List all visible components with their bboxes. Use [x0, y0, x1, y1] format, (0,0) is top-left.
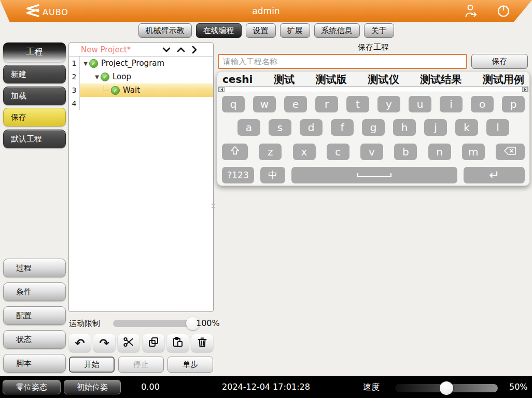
- key-space[interactable]: [291, 167, 457, 183]
- backspace-icon: [503, 146, 517, 158]
- copy-button[interactable]: [143, 334, 164, 352]
- run-controls: 开始 停止 单步: [69, 357, 213, 373]
- key-i[interactable]: i: [440, 96, 463, 112]
- stop-button[interactable]: 停止: [118, 357, 164, 373]
- scroll-left-icon[interactable]: [219, 87, 225, 92]
- trash-icon: [196, 336, 208, 350]
- move-down-icon[interactable]: [162, 46, 171, 53]
- key-k[interactable]: k: [455, 119, 478, 136]
- key-o[interactable]: o: [471, 96, 494, 112]
- tab-system-info[interactable]: 系统信息: [314, 23, 360, 38]
- key-l[interactable]: l: [486, 119, 509, 136]
- key-q[interactable]: q: [222, 96, 245, 112]
- redo-button[interactable]: ↷: [93, 334, 115, 352]
- suggestion-item[interactable]: 测试版: [316, 73, 347, 87]
- program-tree-panel: New Project* 1 ▼ ✓ Project_Program: [68, 42, 214, 312]
- expander-icon[interactable]: ▼: [82, 61, 89, 66]
- tab-extensions[interactable]: 扩展: [280, 23, 310, 38]
- key-g[interactable]: g: [362, 119, 385, 136]
- speed-label: 速度: [363, 382, 380, 393]
- start-button[interactable]: 开始: [69, 357, 115, 373]
- expander-icon[interactable]: ▼: [93, 74, 101, 80]
- suggestion-item[interactable]: ceshi: [222, 73, 253, 86]
- tree-row-loop[interactable]: 2 ▼ ✓ Loop: [69, 70, 213, 83]
- project-name-input[interactable]: [218, 54, 467, 69]
- key-z[interactable]: z: [259, 144, 282, 160]
- key-symbols[interactable]: ?123: [222, 167, 254, 183]
- speed-slider-handle[interactable]: [440, 381, 453, 395]
- key-t[interactable]: t: [346, 96, 369, 112]
- zero-pose-button[interactable]: 零位姿态: [3, 380, 61, 394]
- sidebar-item-script[interactable]: 脚本: [3, 354, 66, 373]
- statusbar: 零位姿态 初始位姿 0.00 2024-12-04 17:01:28 速度 50…: [0, 376, 532, 398]
- key-y[interactable]: y: [377, 96, 400, 112]
- sidebar-item-condition[interactable]: 条件: [3, 282, 66, 301]
- sidebar-item-save[interactable]: 保存: [3, 108, 66, 126]
- suggestion-item[interactable]: 测试用例: [483, 73, 524, 87]
- logout-user-icon[interactable]: [464, 3, 479, 19]
- move-up-icon[interactable]: [177, 46, 185, 53]
- key-s[interactable]: s: [269, 119, 291, 136]
- key-language[interactable]: 中: [260, 167, 285, 183]
- tree-row-wait[interactable]: 3 ✓ Wait: [69, 83, 213, 97]
- speed-slider[interactable]: [395, 384, 498, 392]
- key-a[interactable]: a: [237, 119, 260, 136]
- suggestion-scrollbar[interactable]: [218, 87, 528, 92]
- key-f[interactable]: f: [331, 119, 354, 136]
- key-w[interactable]: w: [253, 96, 276, 112]
- splitter-grip[interactable]: [212, 203, 215, 209]
- delete-button[interactable]: [191, 334, 213, 352]
- init-pose-button[interactable]: 初始位姿: [64, 380, 121, 394]
- key-enter[interactable]: ↵: [464, 167, 525, 183]
- undo-button[interactable]: ↶: [69, 334, 91, 352]
- tab-about[interactable]: 关于: [364, 23, 394, 38]
- motion-limit-label: 运动限制: [69, 319, 100, 329]
- key-u[interactable]: u: [409, 96, 431, 112]
- user-title: admin: [0, 6, 532, 16]
- key-b[interactable]: b: [394, 144, 417, 160]
- cut-button[interactable]: [118, 334, 139, 352]
- tree-row-empty[interactable]: 4: [69, 97, 213, 110]
- tree-node-label: Project_Program: [101, 59, 164, 68]
- tree-row-project-program[interactable]: 1 ▼ ✓ Project_Program: [69, 56, 213, 70]
- sidebar-item-process[interactable]: 过程: [3, 259, 66, 277]
- key-j[interactable]: j: [424, 119, 447, 136]
- key-shift[interactable]: [222, 144, 248, 160]
- paste-icon: [172, 336, 184, 350]
- screen: AUBO admin 机械臂示教 在线编程 设置 扩展 系统信息: [0, 0, 532, 398]
- row-number: 3: [69, 83, 80, 97]
- sidebar-item-config[interactable]: 配置: [3, 306, 66, 325]
- tab-online-programming[interactable]: 在线编程: [196, 23, 242, 38]
- key-h[interactable]: h: [393, 119, 416, 136]
- indent-right-icon[interactable]: [191, 46, 198, 54]
- scroll-right-icon[interactable]: [522, 87, 528, 92]
- tab-settings[interactable]: 设置: [246, 23, 276, 38]
- tab-robot-teach[interactable]: 机械臂示教: [138, 23, 192, 38]
- motion-limit-slider[interactable]: [113, 320, 193, 327]
- power-icon[interactable]: [496, 3, 511, 19]
- step-button[interactable]: 单步: [167, 357, 213, 373]
- save-button[interactable]: 保存: [471, 54, 528, 69]
- sidebar-item-default-project[interactable]: 默认工程: [3, 130, 66, 148]
- key-x[interactable]: x: [293, 144, 316, 160]
- key-r[interactable]: r: [315, 96, 338, 112]
- motion-limit-value: 100%: [196, 318, 220, 328]
- suggestion-item[interactable]: 测试仪: [368, 73, 399, 87]
- key-c[interactable]: c: [327, 144, 349, 160]
- sidebar-item-new[interactable]: 新建: [3, 65, 66, 83]
- status-value: 0.00: [132, 382, 169, 392]
- key-v[interactable]: v: [360, 144, 383, 160]
- sidebar-item-load[interactable]: 加载: [3, 87, 66, 105]
- suggestion-item[interactable]: 测试: [274, 73, 295, 87]
- key-e[interactable]: e: [284, 96, 307, 112]
- suggestion-item[interactable]: 测试结果: [420, 73, 461, 87]
- paste-button[interactable]: [167, 334, 189, 352]
- key-p[interactable]: p: [502, 96, 525, 112]
- key-d[interactable]: d: [300, 119, 323, 136]
- key-backspace[interactable]: [496, 144, 525, 160]
- key-m[interactable]: m: [462, 144, 485, 160]
- keyboard-row-3: z x c v b n m: [222, 144, 525, 160]
- sidebar-item-status[interactable]: 状态: [3, 330, 66, 349]
- key-n[interactable]: n: [428, 144, 451, 160]
- tree-node-label: Wait: [123, 86, 140, 95]
